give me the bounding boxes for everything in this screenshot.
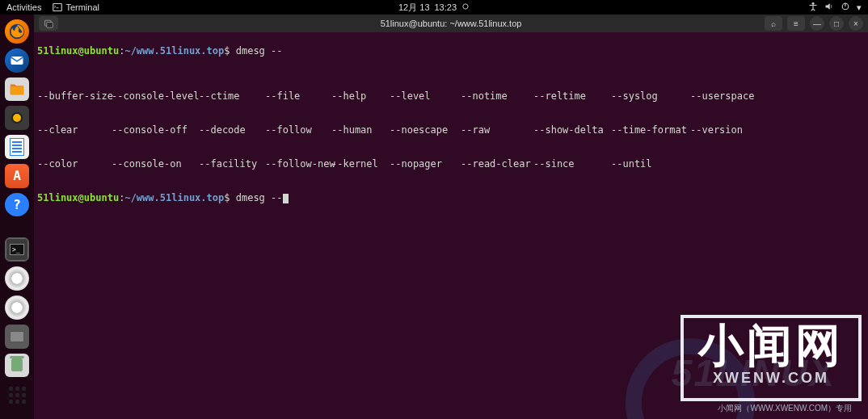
dock-rhythmbox-icon[interactable] (5, 106, 29, 130)
watermark-box: 小闻网 XWENW.COM (680, 315, 862, 401)
completion-item: --clear (37, 124, 112, 136)
completion-item: --facility (199, 158, 265, 170)
clock-area[interactable]: 12月 13 13:23 (398, 2, 470, 14)
completion-item: --read-clear (461, 158, 533, 170)
completion-item: --color (37, 158, 112, 170)
prompt-path: ~/www.51linux.top (124, 45, 224, 57)
ubuntu-dock: A ? >_ (0, 15, 34, 419)
completion-item: --userspace (690, 90, 763, 102)
completion-item: --buffer-size (37, 90, 112, 102)
terminal-line-2: 51linux@ubuntu:~/www.51linux.top$ dmesg … (37, 192, 865, 203)
completion-item: --decode (199, 124, 265, 136)
completion-item: --human (331, 124, 390, 136)
search-icon: ⌕ (771, 19, 776, 28)
completion-item: --follow-new (265, 158, 331, 170)
completion-item: --ctime (199, 90, 265, 102)
prompt-user: 51linux (37, 45, 78, 57)
time-label: 13:23 (435, 2, 457, 12)
dock-disc1-icon[interactable] (5, 266, 29, 291)
completion-item: --notime (461, 90, 533, 102)
watermark-footer: 小闻网（WWW.XWENW.COM）专用 (718, 403, 852, 414)
close-icon: × (853, 19, 858, 28)
completion-item: --console-on (112, 158, 199, 170)
dock-software-icon[interactable]: A (5, 164, 29, 188)
minimize-button[interactable]: — (810, 16, 824, 31)
completion-item: --console-off (112, 124, 199, 136)
completion-item: --reltime (533, 90, 611, 102)
completion-row: --clear--console-off--decode--follow--hu… (37, 124, 865, 136)
app-menu-label: Terminal (65, 2, 99, 12)
prompt-host: ubuntu (84, 45, 119, 57)
search-button[interactable]: ⌕ (765, 16, 782, 31)
terminal-titlebar: 51linux@ubuntu: ~/www.51linux.top ⌕ ≡ — … (34, 15, 868, 32)
dock-show-apps-icon[interactable] (5, 387, 29, 411)
watermark-title: 小闻网 (698, 323, 844, 368)
close-button[interactable]: × (849, 16, 863, 31)
completion-row: --buffer-size--console-level--ctime--fil… (37, 90, 865, 102)
dock-thunderbird-icon[interactable] (5, 48, 29, 73)
completion-item: --noescape (390, 124, 461, 136)
hamburger-menu-button[interactable]: ≡ (787, 16, 805, 31)
watermark-subtitle: XWENW.COM (713, 370, 829, 387)
notification-icon (461, 2, 470, 12)
terminal-icon (53, 2, 62, 12)
completion-item: --raw (461, 124, 533, 136)
prompt-command: dmesg -- (236, 45, 283, 57)
dock-files-icon[interactable] (5, 78, 29, 102)
dock-help-icon[interactable]: ? (5, 193, 29, 217)
dock-trash-icon[interactable] (5, 354, 29, 378)
dock-disk-icon[interactable] (5, 325, 29, 349)
dock-disc2-icon[interactable] (5, 295, 29, 320)
svg-point-2 (812, 2, 815, 5)
app-menu-terminal[interactable]: Terminal (53, 2, 99, 12)
completion-item: --help (331, 90, 390, 102)
gnome-top-bar: Activities Terminal 12月 13 13:23 ▾ (0, 0, 868, 15)
completion-list: --buffer-size--console-level--ctime--fil… (37, 68, 865, 181)
terminal-cursor (283, 194, 289, 203)
completion-item: --syslog (611, 90, 690, 102)
completion-item: --show-delta (533, 124, 611, 136)
accessibility-icon (808, 2, 818, 13)
power-icon (841, 2, 850, 13)
maximize-button[interactable]: □ (829, 16, 844, 31)
menu-icon: ≡ (794, 19, 798, 28)
minimize-icon: — (813, 19, 821, 28)
completion-item: --console-level (112, 90, 199, 102)
completion-item (690, 158, 763, 170)
svg-rect-7 (11, 87, 24, 95)
dock-terminal-icon[interactable]: >_ (5, 237, 29, 262)
svg-rect-0 (53, 4, 62, 11)
dock-firefox-icon[interactable] (5, 19, 29, 44)
svg-point-1 (463, 4, 468, 9)
completion-item: --until (611, 158, 690, 170)
completion-row: --color--console-on--facility--follow-ne… (37, 158, 865, 170)
maximize-icon: □ (834, 19, 839, 28)
window-title: 51linux@ubuntu: ~/www.51linux.top (381, 19, 522, 28)
completion-item: --file (265, 90, 331, 102)
chevron-down-icon: ▾ (857, 2, 862, 13)
date-label: 12月 13 (398, 2, 430, 14)
completion-item: --version (690, 124, 763, 136)
completion-item: --level (390, 90, 461, 102)
system-status-area[interactable]: ▾ (808, 2, 862, 13)
volume-icon (824, 2, 834, 13)
completion-item: --time-format (611, 124, 690, 136)
dock-libreoffice-icon[interactable] (5, 135, 29, 159)
completion-item: --nopager (390, 158, 461, 170)
activities-button[interactable]: Activities (6, 2, 41, 12)
svg-rect-9 (47, 23, 53, 28)
terminal-line-1: 51linux@ubuntu:~/www.51linux.top$ dmesg … (37, 45, 865, 57)
completion-item: --follow (265, 124, 331, 136)
completion-item: --since (533, 158, 611, 170)
new-tab-button[interactable] (39, 16, 58, 31)
completion-item: --kernel (331, 158, 390, 170)
